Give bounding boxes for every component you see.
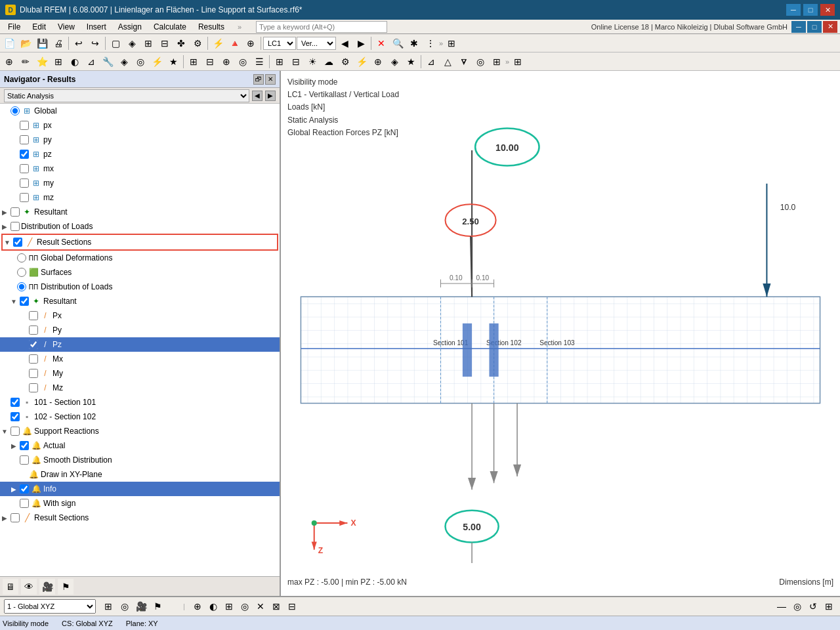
maximize-button[interactable]: □ xyxy=(803,4,818,16)
menu-file[interactable]: File xyxy=(3,21,26,33)
tb-next[interactable]: ▶ xyxy=(353,35,369,51)
menu-results[interactable]: Results xyxy=(193,21,230,33)
tb2-10[interactable]: ⚡ xyxy=(149,54,165,70)
pz-checkbox[interactable] xyxy=(20,150,29,159)
rs-pz-checkbox[interactable] xyxy=(29,340,38,349)
mx-checkbox[interactable] xyxy=(20,164,29,173)
tree-pz[interactable]: ⊞ pz xyxy=(0,147,280,161)
nav-header-controls[interactable]: 🗗 ✕ xyxy=(253,74,276,85)
rs-mx-checkbox[interactable] xyxy=(29,354,38,364)
support-expand[interactable]: ▼ xyxy=(0,427,9,436)
tb-extra1[interactable]: ✱ xyxy=(406,35,422,51)
tb-load1[interactable]: ⚡ xyxy=(210,35,226,51)
menu-calculate[interactable]: Calculate xyxy=(148,21,192,33)
tb-select[interactable]: ▢ xyxy=(108,35,123,51)
surfaces-radio[interactable] xyxy=(17,268,26,277)
tb2-20[interactable]: ☁ xyxy=(321,54,337,70)
tree-rs-mx[interactable]: / Mx xyxy=(0,352,280,366)
nav-btn-eye[interactable]: 👁 xyxy=(21,579,37,595)
my-checkbox[interactable] xyxy=(20,178,29,188)
tb2-8[interactable]: ◈ xyxy=(116,54,132,70)
sb-btn8[interactable]: ◎ xyxy=(238,599,252,614)
tb2-3[interactable]: ⭐ xyxy=(34,54,50,70)
tb2-24[interactable]: ◈ xyxy=(387,54,402,70)
tb2-5[interactable]: ◐ xyxy=(67,54,83,70)
tree-distrib-top[interactable]: ▶ Distribution of Loads xyxy=(0,219,280,234)
global-radio[interactable] xyxy=(10,106,20,116)
tree-resultant2[interactable]: ▼ ✦ Resultant xyxy=(0,294,280,308)
sb-btn7[interactable]: ⊞ xyxy=(222,599,236,614)
analysis-selector[interactable]: Static Analysis xyxy=(4,89,249,102)
tree-info[interactable]: ▶ 🔔 Info xyxy=(0,482,280,496)
nav-restore-btn[interactable]: 🗗 xyxy=(253,74,264,85)
tree-result-sections2[interactable]: ▶ ╱ Result Sections xyxy=(0,511,280,525)
tree-py[interactable]: ⊞ py xyxy=(0,133,280,147)
tb2-17[interactable]: ⊞ xyxy=(272,54,287,70)
tb-more[interactable]: ⊞ xyxy=(444,35,459,51)
resultant-checkbox[interactable] xyxy=(10,207,20,217)
tree-actual[interactable]: ▶ 🔔 Actual xyxy=(0,438,280,453)
tree-support-reactions[interactable]: ▼ 🔔 Support Reactions xyxy=(0,424,280,438)
tb-save[interactable]: 💾 xyxy=(34,35,50,51)
sb-btn11[interactable]: ⊟ xyxy=(285,599,299,614)
tb2-25[interactable]: ★ xyxy=(403,54,419,70)
py-checkbox[interactable] xyxy=(20,135,29,144)
tb-undo[interactable]: ↩ xyxy=(71,35,87,51)
nav-btn-video[interactable]: 🎥 xyxy=(39,579,55,595)
tree-result-sections[interactable]: ▼ ╱ Result Sections xyxy=(3,235,277,249)
result-sections-expand[interactable]: ▼ xyxy=(3,238,12,247)
tree-distrib-rs[interactable]: ΠΠ Distribution of Loads xyxy=(0,280,280,294)
tb2-27[interactable]: △ xyxy=(440,54,455,70)
tb-tool4[interactable]: ⚙ xyxy=(190,35,205,51)
tb2-11[interactable]: ★ xyxy=(165,54,181,70)
tb2-30[interactable]: ⊞ xyxy=(489,54,505,70)
tb2-12[interactable]: ⊞ xyxy=(186,54,201,70)
tb-cross[interactable]: ✕ xyxy=(373,35,389,51)
tb-open[interactable]: 📂 xyxy=(18,35,33,51)
tree-with-sign[interactable]: 🔔 With sign xyxy=(0,496,280,511)
tb2-21[interactable]: ⚙ xyxy=(337,54,353,70)
menu-view[interactable]: View xyxy=(52,21,80,33)
tb2-22[interactable]: ⚡ xyxy=(354,54,369,70)
tree-rs-mz[interactable]: / Mz xyxy=(0,381,280,395)
tb2-1[interactable]: ⊕ xyxy=(1,54,17,70)
tb-zoom[interactable]: 🔍 xyxy=(390,35,406,51)
close-button[interactable]: ✕ xyxy=(820,4,835,16)
minimize-button[interactable]: ─ xyxy=(786,4,801,16)
sb-btn5[interactable]: ⊕ xyxy=(190,599,205,614)
tb-render[interactable]: ◈ xyxy=(124,35,140,51)
mz-checkbox[interactable] xyxy=(20,193,29,202)
license-close-button[interactable]: ✕ xyxy=(823,21,837,33)
sb-btn2[interactable]: ◎ xyxy=(117,599,132,614)
tree-resultant[interactable]: ▶ ✦ Resultant xyxy=(0,205,280,219)
support-checkbox[interactable] xyxy=(10,427,20,436)
load-case-selector[interactable]: LC1 xyxy=(263,37,296,50)
actual-expand[interactable]: ▶ xyxy=(9,441,18,450)
nav-close-btn[interactable]: ✕ xyxy=(265,74,276,85)
tb2-7[interactable]: 🔧 xyxy=(100,54,116,70)
rs-py-checkbox[interactable] xyxy=(29,326,38,335)
sb-rbtn1[interactable]: — xyxy=(774,599,789,614)
menu-insert[interactable]: Insert xyxy=(81,21,112,33)
titlebar-controls[interactable]: ─ □ ✕ xyxy=(786,4,835,16)
sb-btn1[interactable]: ⊞ xyxy=(101,599,116,614)
tb-load2[interactable]: 🔺 xyxy=(226,35,242,51)
nav-sub-btn2[interactable]: ▶ xyxy=(265,91,276,101)
global-deform-radio[interactable] xyxy=(17,253,26,262)
nav-btn-display[interactable]: 🖥 xyxy=(3,579,18,595)
tree-global[interactable]: ⊞ Global xyxy=(0,104,280,118)
viewport-svg[interactable]: Section 101 Section 102 Section 103 10.0… xyxy=(281,71,840,596)
rs-mz-checkbox[interactable] xyxy=(29,383,38,392)
distrib-rs-radio[interactable] xyxy=(17,282,26,291)
tb2-29[interactable]: ◎ xyxy=(472,54,488,70)
tb-view2[interactable]: ⊟ xyxy=(157,35,173,51)
sb-btn9[interactable]: ✕ xyxy=(253,599,268,614)
sb-btn6[interactable]: ◐ xyxy=(206,599,220,614)
info-checkbox[interactable] xyxy=(20,484,29,494)
resultant-expand[interactable]: ▶ xyxy=(0,207,9,217)
with-sign-checkbox[interactable] xyxy=(20,499,29,508)
tb2-14[interactable]: ⊕ xyxy=(219,54,234,70)
rs-px-checkbox[interactable] xyxy=(29,311,38,320)
tb-redo[interactable]: ↪ xyxy=(87,35,103,51)
tb-prev[interactable]: ◀ xyxy=(337,35,352,51)
